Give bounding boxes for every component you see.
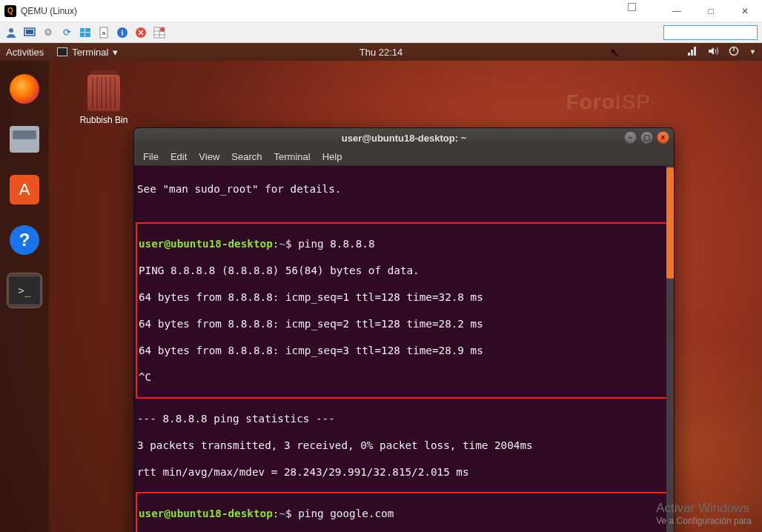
term-line: rtt min/avg/max/mdev = 28.243/29.991/32.… <box>137 465 671 479</box>
terminal-minimize-button[interactable]: – <box>624 131 637 144</box>
dock-item-firefox[interactable] <box>7 71 42 107</box>
term-line: ^C <box>137 370 669 384</box>
activities-button[interactable]: Activities <box>6 47 44 58</box>
power-icon[interactable] <box>729 46 739 59</box>
terminal-title-label: user@ubuntu18-desktop: ~ <box>342 133 466 144</box>
desktop-watermark: ForoISP <box>566 90 651 114</box>
term-line: See "man sudo_root" for details. <box>137 182 671 196</box>
dock: A ? >_ <box>0 61 49 532</box>
highlight-box-1: user@ubuntu18-desktop:~$ ping 8.8.8.8 PI… <box>136 222 671 399</box>
trash-icon <box>87 74 120 111</box>
svg-text:i: i <box>122 29 124 37</box>
qemu-search-input[interactable] <box>663 25 758 40</box>
windows-icon[interactable] <box>79 26 92 39</box>
gear-icon[interactable]: ⚙ <box>42 26 55 39</box>
current-app-label: Terminal <box>72 47 108 58</box>
menu-terminal[interactable]: Terminal <box>274 151 311 162</box>
checkbox-icon[interactable] <box>628 3 636 11</box>
terminal-icon: >_ <box>8 276 41 305</box>
term-line: user@ubuntu18-desktop:~$ ping google.com <box>137 507 669 520</box>
activation-title: Activar Windows <box>656 501 752 516</box>
terminal-app-icon <box>57 47 67 56</box>
windows-activation-watermark: Activar Windows Ve a Configuración para <box>656 501 752 526</box>
dock-item-files[interactable] <box>7 122 42 157</box>
highlight-box-2: user@ubuntu18-desktop:~$ ping google.com… <box>136 492 671 532</box>
qemu-icon: Q <box>4 5 16 17</box>
terminal-maximize-button[interactable]: ▢ <box>640 131 653 144</box>
dock-item-software[interactable]: A <box>7 172 42 207</box>
terminal-window: user@ubuntu18-desktop: ~ – ▢ × File Edit… <box>133 127 675 532</box>
svg-rect-5 <box>80 33 85 37</box>
terminal-scrollbar[interactable] <box>666 166 674 532</box>
table-icon[interactable] <box>153 26 166 39</box>
files-icon <box>10 126 39 153</box>
svg-rect-3 <box>80 28 85 32</box>
menu-search[interactable]: Search <box>231 151 262 162</box>
help-icon: ? <box>10 225 39 255</box>
svg-rect-6 <box>85 33 90 37</box>
menu-help[interactable]: Help <box>322 151 342 162</box>
user-icon[interactable] <box>4 26 18 39</box>
host-window-title: QEMU (Linux) <box>21 6 77 16</box>
svg-rect-4 <box>85 28 90 32</box>
dock-item-help[interactable]: ? <box>7 222 42 258</box>
dock-item-terminal[interactable]: >_ <box>7 273 42 308</box>
chevron-down-icon: ▼ <box>749 48 756 56</box>
desktop-area[interactable]: ForoISP A ? >_ Rubbish Bin user@ubuntu18… <box>0 61 762 532</box>
chevron-down-icon: ▾ <box>113 47 118 58</box>
svg-rect-2 <box>26 30 33 34</box>
term-line: --- 8.8.8.8 ping statistics --- <box>137 412 671 425</box>
scrollbar-thumb[interactable] <box>666 167 674 279</box>
volume-icon[interactable] <box>708 46 718 59</box>
term-line: 64 bytes from 8.8.8.8: icmp_seq=2 ttl=12… <box>137 317 669 330</box>
svg-point-0 <box>9 28 13 33</box>
qemu-toolbar: ⚙ ⟳ a i <box>0 22 762 43</box>
current-app-indicator[interactable]: Terminal ▾ <box>57 47 118 58</box>
term-line: user@ubuntu18-desktop:~$ ping 8.8.8.8 <box>137 237 669 250</box>
term-line: 3 packets transmitted, 3 received, 0% pa… <box>137 439 671 452</box>
terminal-menubar: File Edit View Search Terminal Help <box>134 147 674 166</box>
info-icon[interactable]: i <box>116 26 129 39</box>
menu-file[interactable]: File <box>143 151 159 162</box>
svg-point-16 <box>160 27 165 32</box>
cancel-icon[interactable] <box>134 26 148 39</box>
software-icon: A <box>10 175 39 205</box>
activation-subtitle: Ve a Configuración para <box>656 516 752 526</box>
screen-icon[interactable] <box>23 26 36 39</box>
trash-label: Rubbish Bin <box>74 115 133 125</box>
gnome-top-panel: Activities Terminal ▾ Thu 22:14 ▼ <box>0 43 762 61</box>
doc-icon[interactable]: a <box>97 26 110 39</box>
svg-text:a: a <box>102 30 106 36</box>
terminal-titlebar[interactable]: user@ubuntu18-desktop: ~ – ▢ × <box>134 128 674 147</box>
menu-view[interactable]: View <box>199 151 219 162</box>
firefox-icon <box>10 74 39 104</box>
network-icon[interactable] <box>687 46 698 59</box>
host-window-titlebar: Q QEMU (Linux) — □ ✕ <box>0 0 762 22</box>
terminal-body[interactable]: See "man sudo_root" for details. user@ub… <box>134 166 674 532</box>
menu-edit[interactable]: Edit <box>170 151 187 162</box>
term-line: 64 bytes from 8.8.8.8: icmp_seq=1 ttl=12… <box>137 290 669 304</box>
term-line: PING 8.8.8.8 (8.8.8.8) 56(84) bytes of d… <box>137 264 669 277</box>
host-close-button[interactable]: ✕ <box>728 0 762 22</box>
terminal-close-button[interactable]: × <box>657 131 669 144</box>
host-minimize-button[interactable]: — <box>660 0 694 22</box>
host-maximize-button[interactable]: □ <box>694 0 728 22</box>
term-line: 64 bytes from 8.8.8.8: icmp_seq=3 ttl=12… <box>137 344 669 357</box>
refresh-icon[interactable]: ⟳ <box>60 26 73 39</box>
svg-rect-17 <box>688 53 690 56</box>
desktop-icon-trash[interactable]: Rubbish Bin <box>74 74 133 125</box>
